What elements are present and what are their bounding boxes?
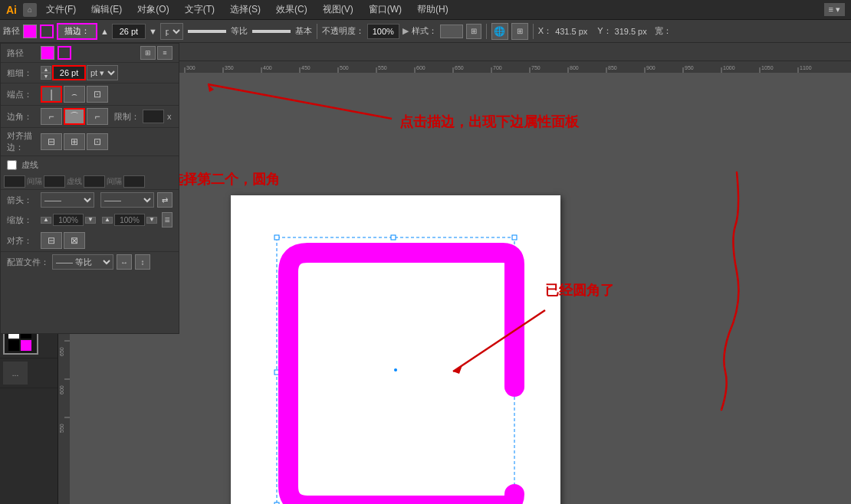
- menu-select[interactable]: 选择(S): [224, 2, 267, 18]
- miter-join-btn[interactable]: ⌐: [41, 108, 62, 125]
- arrow-row: 箭头： —— —— ⇄: [1, 190, 179, 210]
- path-stroke-swatch[interactable]: [58, 46, 71, 60]
- y-value: 319.5 px: [615, 27, 647, 36]
- arrow-start-select[interactable]: ——: [41, 192, 94, 208]
- bevel-join-btn[interactable]: ⌐: [87, 108, 108, 125]
- limit-input[interactable]: 10: [143, 110, 164, 123]
- home-icon[interactable]: ⌂: [23, 3, 37, 17]
- style-options[interactable]: ⊞: [466, 24, 481, 39]
- grid-icon[interactable]: ⊞: [511, 23, 528, 40]
- weight-caret-up[interactable]: ▲: [100, 27, 109, 36]
- ai-logo: Ai: [6, 4, 17, 16]
- align-arrow-btn[interactable]: ≡: [162, 212, 172, 227]
- style-label: 样式：: [412, 25, 437, 37]
- weight-panel-input[interactable]: [52, 65, 86, 80]
- opacity-label: 不透明度：: [322, 25, 364, 37]
- stroke-color-swatch[interactable]: [40, 25, 54, 38]
- align-center-btn[interactable]: ⊟: [41, 133, 62, 150]
- menu-help[interactable]: 帮助(H): [411, 2, 455, 18]
- butt-cap-btn[interactable]: |: [41, 86, 62, 103]
- svg-text:300: 300: [186, 65, 196, 70]
- gap2[interactable]: [123, 175, 145, 188]
- scale-start-down[interactable]: ▼: [85, 217, 96, 224]
- round-cap-btn[interactable]: ⌢: [64, 86, 85, 103]
- align2-row: 对齐： ⊟ ⊠: [1, 230, 179, 252]
- path-row-label: 路径: [7, 47, 38, 59]
- opacity-more[interactable]: ▶: [402, 26, 409, 36]
- square-cap-btn[interactable]: ⊡: [87, 86, 108, 103]
- profile-flip-v[interactable]: ↕: [135, 254, 150, 270]
- align2-buttons: ⊟ ⊠: [41, 232, 85, 249]
- sep3: [533, 24, 534, 39]
- globe-icon[interactable]: 🌐: [491, 23, 508, 40]
- menu-view[interactable]: 视图(V): [317, 2, 360, 18]
- path-extra-btns: ⊞ ≡: [140, 46, 172, 60]
- swap-arrows-btn[interactable]: ⇄: [157, 192, 172, 208]
- profile-flip-h[interactable]: ↔: [117, 254, 132, 270]
- menu-text[interactable]: 文字(T): [179, 2, 221, 18]
- ruler-h-svg: 150 200 250 300 350 400 450 500 550 600 …: [70, 61, 836, 73]
- style-preview[interactable]: [440, 25, 463, 38]
- menu-object[interactable]: 对象(O): [131, 2, 175, 18]
- canvas-viewport: 点击描边，出现下边属性面板 选择第二个，圆角 已经圆角了: [70, 73, 851, 504]
- opacity-input[interactable]: [367, 24, 399, 39]
- weight-unit-select[interactable]: pt: [160, 23, 183, 40]
- path-align-btn[interactable]: ≡: [157, 46, 172, 60]
- align2-left-btn[interactable]: ⊟: [41, 232, 62, 249]
- arrow-label: 箭头：: [7, 195, 38, 206]
- width-label: 宽：: [655, 25, 672, 37]
- svg-rect-66: [512, 235, 517, 240]
- corner-buttons: ⌐ ⌒ ⌐: [41, 108, 108, 125]
- endpoint-label: 端点：: [7, 89, 38, 100]
- sep2: [486, 24, 487, 39]
- dashed-checkbox[interactable]: [7, 160, 17, 170]
- endpoint-row: 端点： | ⌢ ⊡: [1, 83, 179, 106]
- dash2[interactable]: [84, 175, 105, 188]
- path-grid-btn[interactable]: ⊞: [140, 46, 156, 60]
- align-stroke-label: 对齐描边：: [7, 130, 38, 153]
- align-outside-btn[interactable]: ⊡: [87, 133, 108, 150]
- svg-text:850: 850: [608, 65, 617, 70]
- scale-start-up[interactable]: ▲: [41, 217, 51, 224]
- scale-end-up[interactable]: ▲: [102, 217, 113, 224]
- path-fill-swatch[interactable]: [41, 46, 54, 60]
- weight-unit[interactable]: pt ▾: [87, 65, 118, 80]
- weight-caret-down[interactable]: ▼: [149, 27, 157, 36]
- menu-window[interactable]: 窗口(W): [363, 2, 408, 18]
- round-join-btn[interactable]: ⌒: [64, 108, 85, 125]
- limit-x: x: [167, 112, 172, 121]
- fill-color-swatch[interactable]: [23, 25, 37, 38]
- gap1[interactable]: [44, 175, 65, 188]
- stroke-button[interactable]: 描边：: [57, 23, 97, 40]
- artboard-tool[interactable]: ...: [3, 362, 28, 385]
- svg-rect-3: [21, 340, 31, 351]
- align2-right-btn[interactable]: ⊠: [64, 232, 85, 249]
- y-label: Y：: [595, 25, 611, 37]
- stroke-preview-line2: [252, 30, 291, 33]
- dash1[interactable]: [4, 175, 25, 188]
- svg-rect-65: [274, 235, 279, 240]
- dashed-label: 虚线: [21, 159, 38, 171]
- annotation-text2: 选择第二个，圆角: [169, 172, 280, 187]
- menu-effect[interactable]: 效果(C): [270, 2, 314, 18]
- arrow-end-select[interactable]: ——: [100, 192, 154, 208]
- menu-file[interactable]: 文件(F): [40, 2, 82, 18]
- svg-text:800: 800: [570, 65, 579, 70]
- scale-start-input[interactable]: [53, 214, 84, 226]
- profile-select[interactable]: —— 等比: [52, 254, 113, 270]
- align-inside-btn[interactable]: ⊞: [64, 133, 85, 150]
- weight-input[interactable]: [112, 24, 146, 39]
- stroke-preview-line: [188, 30, 226, 33]
- panel-toggle[interactable]: ≡ ▾: [824, 3, 845, 16]
- gap-label1: 间隔: [27, 176, 42, 187]
- weight-up[interactable]: ▲: [41, 66, 51, 73]
- menu-edit[interactable]: 编辑(E): [85, 2, 128, 18]
- limit-label: 限制：: [114, 111, 140, 123]
- path-row: 路径 ⊞ ≡: [1, 44, 179, 63]
- weight-panel-label: 粗细：: [7, 67, 38, 79]
- weight-down[interactable]: ▼: [41, 73, 51, 80]
- profile-row: 配置文件： —— 等比 ↔ ↕: [1, 252, 179, 272]
- scale-end-input[interactable]: [114, 214, 145, 226]
- corner-label: 边角：: [7, 111, 38, 123]
- scale-end-down[interactable]: ▼: [146, 217, 157, 224]
